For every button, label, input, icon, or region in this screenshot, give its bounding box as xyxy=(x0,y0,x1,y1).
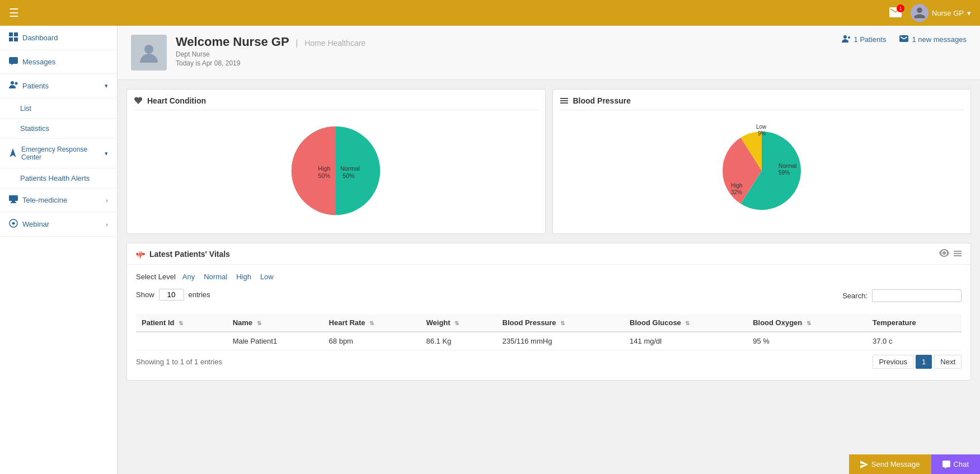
app-layout: Dashboard Messages Patients ▾ List Stati… xyxy=(0,26,980,474)
cell-blood-pressure: 235/116 mmHg xyxy=(497,332,625,350)
top-navigation: ☰ 1 Nurse GP ▾ xyxy=(0,0,980,26)
messages-count[interactable]: 1 new messages xyxy=(899,35,967,44)
sidebar-item-label: Statistics xyxy=(20,124,49,133)
show-search-row: Show entries Search: xyxy=(136,289,962,307)
sort-arrows-icon: ⇅ xyxy=(560,320,565,326)
col-blood-oxygen[interactable]: Blood Oxygen ⇅ xyxy=(747,314,867,332)
sidebar-item-telemedicine[interactable]: Tele-medicine › xyxy=(0,189,117,212)
svg-rect-20 xyxy=(560,100,568,101)
svg-text:High: High xyxy=(731,182,743,189)
messages-icon xyxy=(9,57,18,67)
vitals-table: Patient Id ⇅ Name ⇅ Heart Rate ⇅ xyxy=(136,314,962,350)
sidebar-item-label: Tele-medicine xyxy=(22,196,67,204)
sort-arrows-icon: ⇅ xyxy=(369,320,374,326)
chevron-down-icon: ▾ xyxy=(105,150,108,157)
patients-count[interactable]: 1 Patients xyxy=(842,35,887,44)
sidebar-item-label: Messages xyxy=(22,58,55,66)
header-stats: 1 Patients 1 new messages xyxy=(842,35,967,44)
sidebar-item-webinar[interactable]: Webinar › xyxy=(0,212,117,237)
level-low-button[interactable]: Low xyxy=(258,271,276,282)
page-1-button[interactable]: 1 xyxy=(916,355,932,369)
table-row: Male Patient1 68 bpm 86.1 Kg 235/116 mmH… xyxy=(136,332,962,350)
next-button[interactable]: Next xyxy=(934,355,962,369)
pagination-info: Showing 1 to 1 of 1 entries xyxy=(136,358,222,366)
search-row: Search: xyxy=(842,289,962,302)
pagination-buttons: Previous 1 Next xyxy=(873,355,962,369)
svg-text:Normal: Normal xyxy=(340,165,360,172)
bottom-action-bar: Send Message Chat xyxy=(849,454,980,474)
svg-point-13 xyxy=(848,36,850,39)
user-name-label: Nurse GP xyxy=(932,9,964,17)
svg-rect-21 xyxy=(560,102,568,104)
bp-pie-chart: Normal 59% High 32% Low 9% xyxy=(560,115,964,227)
heart-condition-chart: Heart Condition High 50% Normal 50% xyxy=(126,89,546,234)
vitals-controls xyxy=(939,249,962,259)
svg-rect-8 xyxy=(12,201,15,202)
blood-pressure-chart: Blood Pressure xyxy=(552,89,972,234)
sidebar-item-label: Dashboard xyxy=(22,34,58,42)
search-input[interactable] xyxy=(872,289,962,302)
vitals-section: Latest Patients' Vitals Select Level Any… xyxy=(126,243,971,381)
sidebar-item-health-alerts[interactable]: Patients Health Alerts xyxy=(0,168,117,189)
col-temperature[interactable]: Temperature xyxy=(867,314,962,332)
sidebar-item-statistics[interactable]: Statistics xyxy=(0,119,117,139)
send-message-button[interactable]: Send Message xyxy=(849,454,931,474)
col-blood-glucose[interactable]: Blood Glucose ⇅ xyxy=(624,314,747,332)
welcome-header: Welcome Nurse GP | Home Healthcare Dept … xyxy=(118,26,980,80)
svg-point-12 xyxy=(843,35,847,39)
svg-text:50%: 50% xyxy=(343,172,355,179)
svg-rect-3 xyxy=(14,37,18,41)
collapse-icon[interactable] xyxy=(954,250,962,258)
entries-input[interactable] xyxy=(159,289,184,301)
heart-chart-title: Heart Condition xyxy=(134,96,538,110)
vitals-section-label: Latest Patients' Vitals xyxy=(149,250,230,259)
svg-rect-0 xyxy=(9,32,13,36)
sidebar: Dashboard Messages Patients ▾ List Stati… xyxy=(0,26,118,474)
sidebar-item-emergency[interactable]: Emergency Response Center ▾ xyxy=(0,139,117,168)
svg-text:59%: 59% xyxy=(779,170,790,176)
profile-avatar xyxy=(131,35,167,71)
previous-button[interactable]: Previous xyxy=(873,355,913,369)
svg-text:50%: 50% xyxy=(318,172,331,179)
sidebar-item-label: Patients Health Alerts xyxy=(20,174,90,182)
dashboard-icon xyxy=(9,32,18,43)
chat-button[interactable]: Chat xyxy=(931,454,980,474)
cell-heart-rate: 68 bpm xyxy=(323,332,421,350)
patients-count-label: 1 Patients xyxy=(854,35,887,44)
sidebar-item-dashboard[interactable]: Dashboard xyxy=(0,26,117,50)
level-any-button[interactable]: Any xyxy=(180,271,197,282)
svg-text:High: High xyxy=(318,165,331,172)
eye-icon[interactable] xyxy=(939,249,949,259)
cell-blood-glucose: 141 mg/dl xyxy=(624,332,747,350)
col-name[interactable]: Name ⇅ xyxy=(227,314,323,332)
main-content: Welcome Nurse GP | Home Healthcare Dept … xyxy=(118,26,980,474)
sidebar-item-label: Webinar xyxy=(22,220,49,228)
cell-blood-oxygen: 95 % xyxy=(747,332,867,350)
mail-icon[interactable]: 1 xyxy=(889,7,902,19)
sidebar-item-messages[interactable]: Messages xyxy=(0,50,117,74)
sort-arrows-icon: ⇅ xyxy=(806,320,811,326)
vitals-title: Latest Patients' Vitals xyxy=(136,250,230,259)
col-patient-id[interactable]: Patient Id ⇅ xyxy=(136,314,227,332)
cell-weight: 86.1 Kg xyxy=(421,332,497,350)
level-normal-button[interactable]: Normal xyxy=(201,271,229,282)
emergency-icon xyxy=(9,148,17,159)
user-profile-menu[interactable]: Nurse GP ▾ xyxy=(911,4,971,22)
sidebar-item-patients[interactable]: Patients ▾ xyxy=(0,74,117,98)
col-weight[interactable]: Weight ⇅ xyxy=(421,314,497,332)
col-heart-rate[interactable]: Heart Rate ⇅ xyxy=(323,314,421,332)
svg-rect-2 xyxy=(9,37,13,41)
sidebar-item-label: List xyxy=(20,104,31,112)
sidebar-item-label: Patients xyxy=(22,82,49,90)
sidebar-item-list[interactable]: List xyxy=(0,98,117,119)
show-entries: Show entries xyxy=(136,289,210,301)
vitals-body: Select Level Any Normal High Low Show en… xyxy=(127,265,970,380)
sort-arrows-icon: ⇅ xyxy=(179,320,183,326)
level-high-button[interactable]: High xyxy=(234,271,254,282)
hamburger-menu-icon[interactable]: ☰ xyxy=(9,6,19,20)
svg-text:9%: 9% xyxy=(758,130,766,137)
dept-label: Dept Nurse xyxy=(176,50,365,58)
svg-point-5 xyxy=(15,82,18,85)
col-blood-pressure[interactable]: Blood Pressure ⇅ xyxy=(497,314,625,332)
pagination-row: Showing 1 to 1 of 1 entries Previous 1 N… xyxy=(136,350,962,373)
